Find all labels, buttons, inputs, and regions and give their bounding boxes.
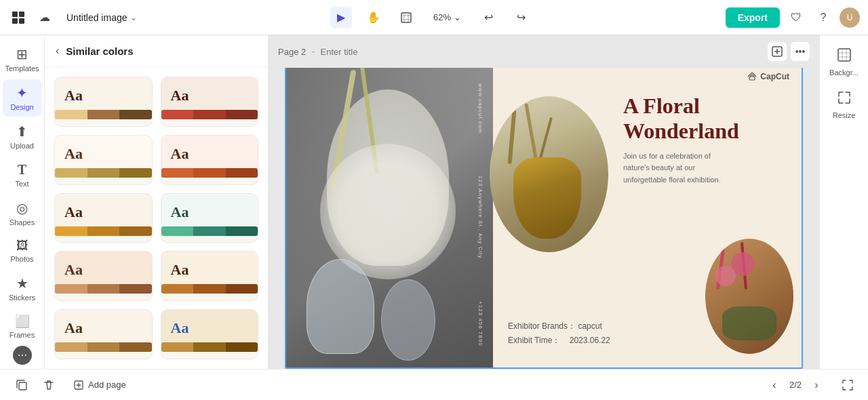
background-icon <box>837 47 852 66</box>
delete-page-button[interactable] <box>38 374 60 396</box>
photo-text-website: www.capcut.com <box>475 83 484 134</box>
oval-image-2 <box>705 239 793 354</box>
exhibit-time-row: Exhibit Time： 2023.06.22 <box>508 334 610 348</box>
card-9-aa: Aa <box>64 319 142 337</box>
svg-rect-1 <box>19 12 24 17</box>
color-card-5[interactable]: Aa <box>54 193 153 243</box>
card-2-aa: Aa <box>171 87 249 104</box>
sidebar-item-text[interactable]: T Text <box>3 157 42 193</box>
color-card-7[interactable]: Aa <box>54 251 153 301</box>
canvas-area: Page 2 - ••• <box>269 35 819 369</box>
capcut-logo: CapCut <box>747 72 789 81</box>
document-title-area[interactable]: Untitled image ⌄ <box>66 12 137 23</box>
page-title-bar: Page 2 - ••• <box>269 35 819 68</box>
page-label-dash: - <box>311 45 315 58</box>
card-6-aa: Aa <box>171 203 249 221</box>
cloud-save-button[interactable]: ☁ <box>34 7 56 28</box>
floral-title-line1: A Floral <box>623 94 787 119</box>
title-chevron-icon: ⌄ <box>130 13 137 22</box>
design-canvas: www.capcut.com 123 Anywhere St., Any Cit… <box>286 68 802 367</box>
color-card-3[interactable]: Aa <box>54 135 153 185</box>
color-card-4[interactable]: Aa <box>161 135 259 185</box>
design-icon: ✦ <box>16 85 28 101</box>
photo-text-phone: +123 456 7890 <box>475 301 484 346</box>
page-number: 2/2 <box>789 380 802 390</box>
add-page-button[interactable]: Add page <box>66 376 133 395</box>
canvas-photo: www.capcut.com 123 Anywhere St., Any Cit… <box>286 68 493 367</box>
sidebar-item-design[interactable]: ✦ Design <box>3 79 42 117</box>
topbar-right: Export 🛡 ? U <box>726 7 860 28</box>
card-10-aa: Aa <box>171 319 249 337</box>
pointer-tool-button[interactable]: ▶ <box>330 7 352 28</box>
topbar-center: ▶ ✋ 62% ⌄ ↩ ↪ <box>144 7 719 28</box>
resize-label: Resize <box>833 111 856 119</box>
undo-button[interactable]: ↩ <box>477 7 499 28</box>
copy-page-button[interactable] <box>11 374 33 396</box>
color-card-10[interactable]: Aa <box>161 309 259 359</box>
sidebar-item-label-frames: Frames <box>9 331 35 339</box>
resize-panel-item[interactable]: Resize <box>823 85 866 125</box>
main-layout: ⊞ Templates ✦ Design ⬆ Upload T Text ◎ S… <box>0 35 868 369</box>
color-card-9[interactable]: Aa <box>54 309 153 359</box>
hand-tool-button[interactable]: ✋ <box>363 7 384 28</box>
svg-rect-8 <box>19 382 26 390</box>
user-avatar[interactable]: U <box>840 7 860 28</box>
exhibitor-brand-label: Exhibitor Brands： <box>508 321 576 331</box>
design-canvas-container: www.capcut.com 123 Anywhere St., Any Cit… <box>285 68 803 369</box>
canvas-wrapper: www.capcut.com 123 Anywhere St., Any Cit… <box>269 68 819 369</box>
next-page-button[interactable]: › <box>807 376 826 395</box>
sidebar-item-label-shapes: Shapes <box>9 218 35 226</box>
exhibit-time-label: Exhibit Time： <box>508 336 560 345</box>
right-panel: Backgr... Resize <box>819 35 868 369</box>
topbar-left: ☁ Untitled image ⌄ <box>8 7 137 28</box>
topbar: ☁ Untitled image ⌄ ▶ ✋ 62% ⌄ ↩ ↪ Export … <box>0 0 868 35</box>
card-5-aa: Aa <box>64 203 142 221</box>
panel-back-button[interactable]: ‹ <box>54 43 60 58</box>
page-title-input[interactable] <box>321 47 435 57</box>
sidebar-item-stickers[interactable]: ★ Stickers <box>3 270 42 307</box>
help-button[interactable]: ? <box>812 7 834 28</box>
svg-rect-4 <box>401 13 411 22</box>
export-button[interactable]: Export <box>726 7 780 28</box>
prev-page-button[interactable]: ‹ <box>765 376 784 395</box>
svg-rect-2 <box>12 18 18 24</box>
fullscreen-button[interactable] <box>838 376 857 395</box>
sidebar-item-photos[interactable]: 🖼 Photos <box>3 233 42 268</box>
background-label: Backgr... <box>829 68 859 77</box>
redo-button[interactable]: ↪ <box>510 7 532 28</box>
svg-rect-6 <box>749 77 755 80</box>
card-7-aa: Aa <box>64 261 142 279</box>
shapes-icon: ◎ <box>16 200 28 216</box>
sidebar-more-button[interactable]: ⋯ <box>13 346 32 365</box>
exhibit-time-value: 2023.06.22 <box>570 336 610 345</box>
sidebar-item-upload[interactable]: ⬆ Upload <box>3 118 42 155</box>
sidebar-item-label-photos: Photos <box>10 255 33 263</box>
document-title: Untitled image <box>66 12 127 23</box>
sidebar-bottom: ⋯ <box>13 346 32 369</box>
exhibitor-brand-value: capcut <box>578 321 601 331</box>
oval-image-1 <box>490 96 608 252</box>
sidebar-item-templates[interactable]: ⊞ Templates <box>3 41 42 78</box>
color-card-1[interactable]: Aa <box>54 77 153 127</box>
sidebar-item-frames[interactable]: ⬜ Frames <box>3 308 42 344</box>
swatches-grid: Aa Aa <box>45 67 268 369</box>
color-card-2[interactable]: Aa <box>161 77 259 127</box>
sidebar-item-shapes[interactable]: ◎ Shapes <box>3 195 42 232</box>
bottom-bar: Add page ‹ 2/2 › <box>0 369 868 400</box>
sidebar-item-label-upload: Upload <box>10 142 34 150</box>
exhibitor-info: Exhibitor Brands： capcut Exhibit Time： 2… <box>508 319 610 348</box>
frame-tool-button[interactable] <box>395 7 417 28</box>
panel-title: Similar colors <box>66 45 133 57</box>
page-more-button[interactable]: ••• <box>791 42 810 61</box>
app-logo <box>8 7 28 28</box>
zoom-control[interactable]: 62% ⌄ <box>428 9 467 25</box>
background-panel-item[interactable]: Backgr... <box>823 42 866 82</box>
icon-sidebar: ⊞ Templates ✦ Design ⬆ Upload T Text ◎ S… <box>0 35 45 369</box>
color-card-8[interactable]: Aa <box>161 251 259 301</box>
shield-button[interactable]: 🛡 <box>785 7 807 28</box>
card-8-aa: Aa <box>171 261 249 279</box>
stickers-icon: ★ <box>16 275 28 292</box>
color-card-6[interactable]: Aa <box>161 193 259 243</box>
page-zoom-button[interactable] <box>768 42 787 61</box>
svg-rect-0 <box>12 12 18 17</box>
